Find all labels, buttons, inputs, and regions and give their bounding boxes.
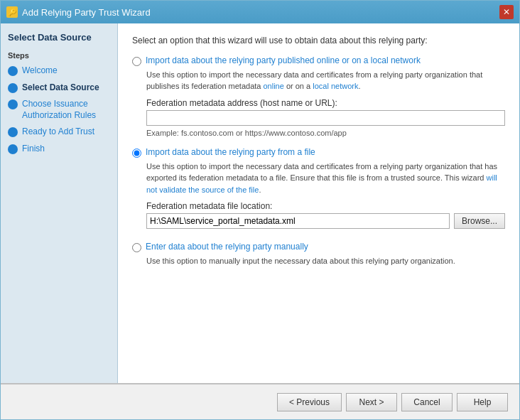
steps-label: Steps [8,51,110,60]
radio-option1[interactable] [132,57,141,66]
sidebar-page-title: Select Data Source [8,32,110,43]
step-dot-finish [8,144,18,154]
field-row-1 [146,110,505,126]
option1-label[interactable]: Import data about the relying party publ… [146,55,421,65]
title-bar-left: 🔑 Add Relying Party Trust Wizard [6,6,151,18]
step-welcome: Welcome [8,65,110,77]
wizard-icon: 🔑 [6,6,18,18]
step-dot-ready [8,127,18,137]
option2-label[interactable]: Import data about the relying party from… [146,147,315,157]
wizard-window: 🔑 Add Relying Party Trust Wizard ✕ Selec… [0,0,520,420]
option3-desc: Use this option to manually input the ne… [146,255,505,267]
field-label-1: Federation metadata address (host name o… [146,98,505,108]
step-dot-select [8,83,18,93]
step-finish: Finish [8,144,110,155]
step-label-issuance: Choose Issuance Authorization Rules [22,99,110,121]
intro-text: Select an option that this wizard will u… [132,35,505,47]
step-label-welcome: Welcome [22,65,58,77]
field-label-2: Federation metadata file location: [146,201,505,211]
title-bar: 🔑 Add Relying Party Trust Wizard ✕ [1,1,519,23]
link-local: local network [313,82,358,90]
option3-label[interactable]: Enter data about the relying party manua… [146,242,308,252]
option-group-3: Enter data about the relying party manua… [132,242,505,273]
option-row-3: Enter data about the relying party manua… [132,242,505,252]
link-will-not: will not validate the source of the file [146,173,497,194]
cancel-button[interactable]: Cancel [401,393,453,411]
radio-option2[interactable] [132,149,141,158]
window-title: Add Relying Party Trust Wizard [22,7,151,18]
main-content: Select an option that this wizard will u… [118,23,519,383]
metadata-address-input[interactable] [146,110,505,126]
metadata-file-input[interactable] [146,213,450,229]
step-ready: Ready to Add Trust [8,126,110,138]
radio-option3[interactable] [132,243,141,252]
option-group-2: Import data about the relying party from… [132,147,505,232]
step-label-ready: Ready to Add Trust [22,126,94,138]
step-label-select: Select Data Source [22,82,99,94]
help-button[interactable]: Help [457,393,508,411]
example-text-1: Example: fs.contoso.com or https://www.c… [146,129,505,137]
option-row-1: Import data about the relying party publ… [132,55,505,66]
link-online: online [264,82,284,90]
step-select-data-source: Select Data Source [8,82,110,94]
content-area: Select Data Source Steps Welcome Select … [1,23,519,383]
option-group-1: Import data about the relying party publ… [132,55,505,137]
field-row-2: Browse... [146,213,505,229]
step-issuance: Choose Issuance Authorization Rules [8,99,110,121]
next-button[interactable]: Next > [346,393,397,411]
step-dot-issuance [8,99,18,109]
step-label-finish: Finish [22,144,45,155]
browse-button[interactable]: Browse... [454,213,505,229]
option2-desc: Use this option to import the necessary … [146,161,505,196]
previous-button[interactable]: < Previous [277,393,342,411]
step-dot-welcome [8,66,18,76]
sidebar: Select Data Source Steps Welcome Select … [1,23,118,383]
close-button[interactable]: ✕ [499,5,514,19]
footer: < Previous Next > Cancel Help [1,384,519,419]
option1-desc: Use this option to import the necessary … [146,69,505,92]
option-row-2: Import data about the relying party from… [132,147,505,158]
